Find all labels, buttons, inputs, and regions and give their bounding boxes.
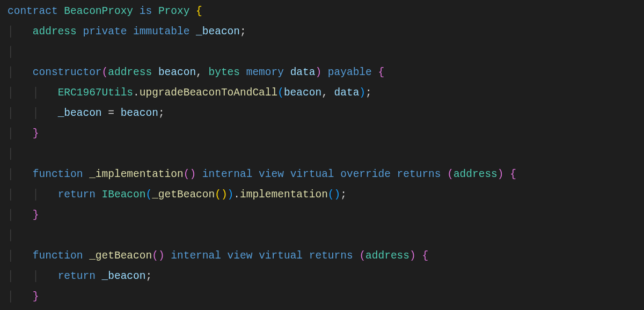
keyword-function: function <box>33 168 83 180</box>
comma: , <box>321 87 328 99</box>
keyword-view: view <box>259 168 284 180</box>
var-data: data <box>334 87 360 99</box>
comma: , <box>196 67 202 78</box>
paren-close: ) <box>334 189 341 201</box>
indent-guide: │ <box>8 67 33 78</box>
indent-guide: │ <box>8 128 33 139</box>
keyword-private: private <box>83 26 127 38</box>
var-beacon: beacon <box>121 107 158 119</box>
type-bytes: bytes <box>209 67 240 78</box>
type-proxy: Proxy <box>158 5 190 17</box>
paren-open: ( <box>328 189 334 201</box>
code-line: │ constructor(address beacon, bytes memo… <box>8 67 384 78</box>
keyword-view: view <box>228 250 253 262</box>
paren-open: ( <box>359 250 365 262</box>
type-erc1967utils: ERC1967Utils <box>58 87 133 99</box>
keyword-return: return <box>58 270 96 282</box>
code-line: │ } <box>8 128 39 139</box>
indent-guide: │ │ <box>8 87 58 99</box>
paren-close: ) <box>409 250 416 262</box>
brace-close: } <box>33 209 39 221</box>
type-beaconproxy: BeaconProxy <box>64 5 133 17</box>
code-line: │ <box>8 148 14 160</box>
semicolon: ; <box>158 107 165 119</box>
brace-open: { <box>378 67 384 78</box>
code-line: │ │ ERC1967Utils.upgradeBeaconToAndCall(… <box>8 87 372 99</box>
indent-guide: │ <box>8 46 14 58</box>
code-line: │ │ return IBeacon(_getBeacon()).impleme… <box>8 189 347 201</box>
type-address: address <box>365 250 409 262</box>
type-address: address <box>33 26 77 38</box>
indent-guide: │ <box>8 26 33 38</box>
keyword-memory: memory <box>246 67 284 78</box>
keyword-immutable: immutable <box>133 26 189 38</box>
code-line: │ function _implementation() internal vi… <box>8 168 516 180</box>
semicolon: ; <box>365 87 372 99</box>
code-line: │ <box>8 230 14 241</box>
op-assign: = <box>108 107 114 119</box>
paren-close: ) <box>315 67 321 78</box>
keyword-returns: returns <box>397 168 441 180</box>
var-beacon-field: _beacon <box>102 270 146 282</box>
keyword-contract: contract <box>8 5 58 17</box>
fn-getbeacon: _getBeacon <box>89 250 152 262</box>
paren-close: ) <box>158 250 165 262</box>
paren-open: ( <box>102 67 108 78</box>
keyword-override: override <box>340 168 391 180</box>
keyword-constructor: constructor <box>33 67 102 78</box>
code-line: contract BeaconProxy is Proxy { <box>8 5 202 17</box>
keyword-returns: returns <box>309 250 353 262</box>
indent-guide: │ <box>8 291 33 302</box>
brace-open: { <box>196 5 202 17</box>
fn-upgrade: upgradeBeaconToAndCall <box>140 87 277 99</box>
var-beacon: beacon <box>158 67 196 78</box>
brace-close: } <box>33 128 39 139</box>
type-ibeacon: IBeacon <box>102 189 146 201</box>
code-line: │ <box>8 46 14 58</box>
indent-guide: │ <box>8 250 33 262</box>
code-line: │ } <box>8 209 39 221</box>
paren-open: ( <box>184 168 190 180</box>
keyword-virtual: virtual <box>290 168 334 180</box>
indent-guide: │ │ <box>8 270 58 282</box>
keyword-is: is <box>140 5 152 17</box>
code-line: │ address private immutable _beacon; <box>8 26 246 38</box>
var-beacon: beacon <box>284 87 321 99</box>
var-beacon-field: _beacon <box>196 26 240 38</box>
dot: . <box>233 189 240 201</box>
indent-guide: │ <box>8 230 14 241</box>
code-editor-content[interactable]: contract BeaconProxy is Proxy { │ addres… <box>0 0 644 310</box>
semicolon: ; <box>240 26 246 38</box>
paren-close: ) <box>189 168 196 180</box>
fn-implementation: _implementation <box>89 168 184 180</box>
keyword-internal: internal <box>171 250 221 262</box>
paren-close: ) <box>221 189 228 201</box>
indent-guide: │ │ <box>8 189 58 201</box>
keyword-function: function <box>33 250 83 262</box>
keyword-internal: internal <box>202 168 253 180</box>
paren-open: ( <box>447 168 453 180</box>
paren-close: ) <box>359 87 365 99</box>
type-address: address <box>453 168 497 180</box>
brace-open: { <box>422 250 428 262</box>
indent-guide: │ <box>8 168 33 180</box>
var-beacon-field: _beacon <box>58 107 102 119</box>
fn-getbeacon: _getBeacon <box>152 189 215 201</box>
brace-open: { <box>510 168 516 180</box>
paren-close: ) <box>228 189 234 201</box>
indent-guide: │ <box>8 209 33 221</box>
paren-close: ) <box>497 168 504 180</box>
code-line: │ │ _beacon = beacon; <box>8 107 165 119</box>
code-line: │ } <box>8 291 39 302</box>
var-data: data <box>290 67 316 78</box>
keyword-virtual: virtual <box>259 250 303 262</box>
paren-open: ( <box>277 87 284 99</box>
paren-open: ( <box>145 189 152 201</box>
type-address: address <box>108 67 152 78</box>
brace-close: } <box>33 291 39 302</box>
indent-guide: │ │ <box>8 107 58 119</box>
semicolon: ; <box>145 270 152 282</box>
paren-open: ( <box>152 250 158 262</box>
indent-guide: │ <box>8 148 14 160</box>
keyword-return: return <box>58 189 96 201</box>
